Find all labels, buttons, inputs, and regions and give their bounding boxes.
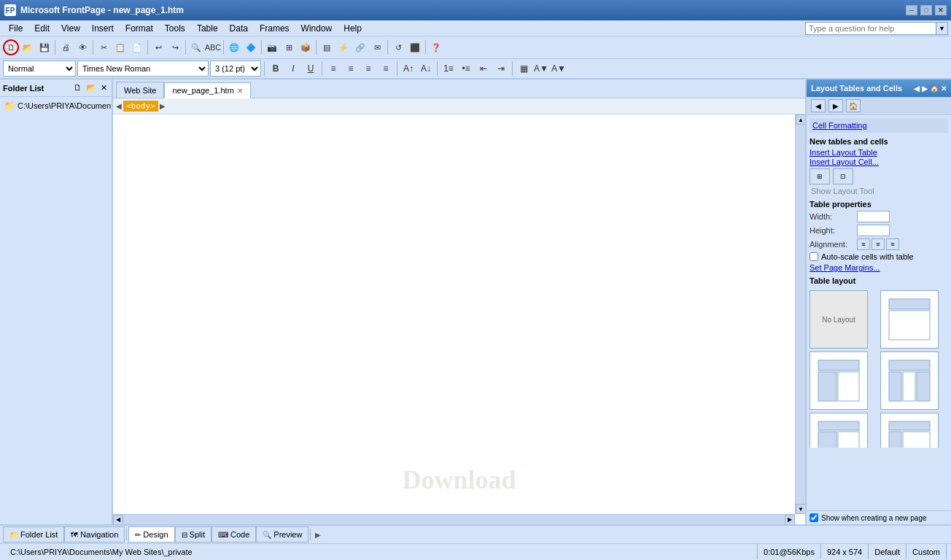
vscroll-down[interactable]: ▼ bbox=[796, 504, 805, 514]
menu-format[interactable]: Format bbox=[120, 22, 159, 35]
ask-question-arrow[interactable]: ▼ bbox=[936, 22, 948, 35]
size-dropdown[interactable]: 3 (12 pt) bbox=[210, 61, 261, 77]
insert-layout-cell-link[interactable]: Insert Layout Cell... bbox=[810, 158, 948, 166]
insert-component-button[interactable]: 📦 bbox=[298, 39, 314, 55]
layout-thumb-1[interactable] bbox=[880, 290, 939, 349]
tab-page[interactable]: new_page_1.htm ✕ bbox=[164, 82, 250, 98]
set-page-margins-link[interactable]: Set Page Margins... bbox=[810, 263, 948, 272]
menu-data[interactable]: Data bbox=[224, 22, 254, 35]
email-button[interactable]: ✉ bbox=[369, 39, 385, 55]
redo-button[interactable]: ↪ bbox=[167, 39, 183, 55]
bold-button[interactable]: B bbox=[268, 61, 284, 77]
vscroll-up[interactable]: ▲ bbox=[796, 114, 805, 125]
menu-file[interactable]: File bbox=[3, 22, 28, 35]
spellcheck-button[interactable]: ABC bbox=[205, 39, 221, 55]
tab-folder-list[interactable]: 📁 Folder List bbox=[3, 526, 64, 542]
tab-close-icon[interactable]: ✕ bbox=[237, 87, 243, 95]
increase-size-button[interactable]: A↑ bbox=[400, 61, 416, 77]
folder-open-icon[interactable]: 📂 bbox=[85, 82, 98, 93]
menu-help[interactable]: Help bbox=[338, 22, 368, 35]
editor-vscroll[interactable]: ▲ ▼ bbox=[795, 114, 805, 514]
print-button[interactable]: 🖨 bbox=[58, 39, 74, 55]
breadcrumb-nav-right[interactable]: ▶ bbox=[160, 102, 166, 110]
layout-thumb-4[interactable] bbox=[810, 413, 868, 448]
style-dropdown[interactable]: Normal bbox=[3, 61, 76, 77]
layout-icon-1[interactable]: ⊞ bbox=[810, 168, 830, 184]
layout-thumb-2[interactable] bbox=[810, 351, 868, 410]
increase-indent-button[interactable]: ⇥ bbox=[493, 61, 509, 77]
panel-nav-back[interactable]: ◀ bbox=[811, 99, 826, 112]
bullets-button[interactable]: •≡ bbox=[458, 61, 474, 77]
folder-item[interactable]: 📁 C:\Users\PRIYA\Document bbox=[3, 100, 109, 112]
folder-close-icon[interactable]: ✕ bbox=[99, 82, 109, 93]
folder-new-icon[interactable]: 🗋 bbox=[72, 82, 83, 93]
decrease-indent-button[interactable]: ⇤ bbox=[475, 61, 492, 77]
maximize-button[interactable]: □ bbox=[920, 5, 932, 15]
show-creating-checkbox[interactable] bbox=[810, 513, 818, 522]
copy-button[interactable]: 📋 bbox=[112, 39, 128, 55]
decrease-size-button[interactable]: A↓ bbox=[418, 61, 434, 77]
menu-frames[interactable]: Frames bbox=[254, 22, 295, 35]
align-right-btn[interactable]: ≡ bbox=[886, 238, 899, 250]
menu-insert[interactable]: Insert bbox=[86, 22, 120, 35]
stop-button[interactable]: ⬛ bbox=[407, 39, 423, 55]
editor-hscroll[interactable]: ◀ ▶ bbox=[113, 514, 795, 524]
menu-tools[interactable]: Tools bbox=[159, 22, 191, 35]
menu-table[interactable]: Table bbox=[191, 22, 224, 35]
justify-button[interactable]: ≡ bbox=[378, 61, 394, 77]
cut-button[interactable]: ✂ bbox=[96, 39, 112, 55]
tab-preview[interactable]: 🔍 Preview bbox=[256, 526, 308, 542]
hscroll-right[interactable]: ▶ bbox=[785, 515, 795, 525]
italic-button[interactable]: I bbox=[285, 61, 301, 77]
save-button[interactable]: 💾 bbox=[36, 39, 53, 55]
panel-close-icon[interactable]: ✕ bbox=[941, 85, 947, 93]
tab-code[interactable]: ⌨ Code bbox=[211, 526, 256, 542]
underline-button[interactable]: U bbox=[303, 61, 319, 77]
cell-formatting-link[interactable]: Cell Formatting bbox=[812, 121, 945, 130]
tab-navigation[interactable]: 🗺 Navigation bbox=[64, 526, 125, 542]
close-button[interactable]: ✕ bbox=[935, 5, 947, 15]
editor-canvas[interactable]: Download ▲ ▼ ◀ ▶ bbox=[113, 114, 805, 524]
publish-button[interactable]: 🌐 bbox=[226, 39, 242, 55]
align-center-btn[interactable]: ≡ bbox=[872, 238, 885, 250]
layout-thumb-5[interactable] bbox=[880, 413, 939, 448]
align-left-button[interactable]: ≡ bbox=[325, 61, 341, 77]
menu-edit[interactable]: Edit bbox=[28, 22, 55, 35]
hyperlink-button[interactable]: 🔗 bbox=[352, 39, 368, 55]
ask-question-input[interactable] bbox=[805, 22, 936, 35]
hscroll-left[interactable]: ◀ bbox=[113, 515, 123, 525]
autoscale-checkbox[interactable] bbox=[810, 252, 818, 261]
width-input[interactable] bbox=[857, 211, 890, 222]
align-center-button[interactable]: ≡ bbox=[343, 61, 359, 77]
behaviors-button[interactable]: ⚡ bbox=[335, 39, 352, 55]
paste-button[interactable]: 📄 bbox=[129, 39, 145, 55]
panel-nav-home[interactable]: 🏠 bbox=[846, 99, 861, 112]
layout-icon-2[interactable]: ⊡ bbox=[833, 168, 853, 184]
height-input[interactable] bbox=[857, 225, 890, 236]
menu-view[interactable]: View bbox=[55, 22, 86, 35]
menu-window[interactable]: Window bbox=[295, 22, 338, 35]
print-preview-button[interactable]: 👁 bbox=[74, 39, 90, 55]
panel-back-icon[interactable]: ◀ bbox=[914, 85, 920, 93]
tab-arrow[interactable]: ▶ bbox=[312, 531, 324, 539]
layout-scroll-area[interactable]: No Layout bbox=[810, 287, 948, 448]
preview-browser-button[interactable]: 🔷 bbox=[243, 39, 259, 55]
tab-design[interactable]: ✏ Design bbox=[128, 526, 174, 542]
numbering-button[interactable]: 1≡ bbox=[440, 61, 457, 77]
panel-home-icon[interactable]: 🏠 bbox=[930, 85, 939, 93]
align-right-button[interactable]: ≡ bbox=[360, 61, 376, 77]
layout-thumb-3[interactable] bbox=[880, 351, 939, 410]
open-button[interactable]: 📂 bbox=[20, 39, 36, 55]
show-layers-button[interactable]: ▤ bbox=[319, 39, 335, 55]
breadcrumb-nav-left[interactable]: ◀ bbox=[116, 102, 122, 110]
font-dropdown[interactable]: Times New Roman bbox=[77, 61, 209, 77]
search-button[interactable]: 🔍 bbox=[188, 39, 204, 55]
layout-no-layout[interactable]: No Layout bbox=[810, 290, 868, 349]
help-button[interactable]: ❓ bbox=[428, 39, 444, 55]
tab-split[interactable]: ⊟ Split bbox=[175, 526, 211, 542]
tab-website[interactable]: Web Site bbox=[116, 82, 164, 98]
panel-nav-forward[interactable]: ▶ bbox=[828, 99, 843, 112]
font-color-button[interactable]: A▼ bbox=[551, 61, 567, 77]
insert-picture-button[interactable]: 📷 bbox=[264, 39, 280, 55]
refresh-button[interactable]: ↺ bbox=[390, 39, 406, 55]
